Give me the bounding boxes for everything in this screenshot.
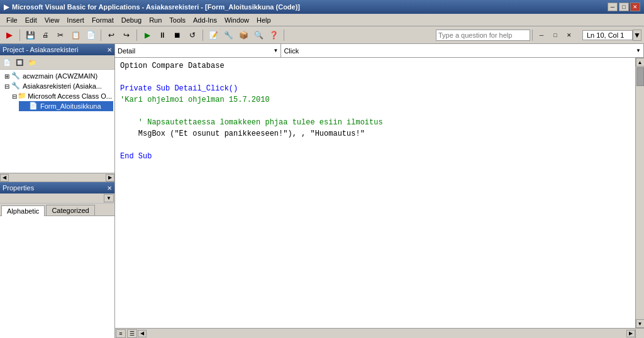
toolbar-close-inner[interactable]: ─ xyxy=(535,28,548,42)
minimize-button[interactable]: ─ xyxy=(608,3,618,11)
toolbar-btn4[interactable]: 📋 xyxy=(69,28,82,42)
scroll-down-btn[interactable]: ▼ xyxy=(636,319,645,328)
toolbar-sep-3 xyxy=(136,30,137,41)
project-panel-header: Project - Asiakasrekisteri ✕ xyxy=(0,44,114,55)
code-view-proc-btn[interactable]: ≡ xyxy=(116,329,126,338)
toolbar: ▶ 💾 🖨 ✂ 📋 📄 ↩ ↪ ▶ ⏸ ⏹ ↺ 📝 🔧 📦 🔍 ❓ ─ □ ✕ … xyxy=(0,26,644,44)
toolbar-reset[interactable]: ↺ xyxy=(186,28,199,42)
properties-dropdown-bar: ▼ xyxy=(0,194,114,204)
code-editor[interactable]: Option Compare Database Private Sub Deta… xyxy=(115,58,635,328)
menu-format[interactable]: Format xyxy=(88,15,118,25)
form-icon: 📄 xyxy=(29,102,39,111)
restore-button[interactable]: □ xyxy=(619,3,629,11)
project-panel-title: Project - Asiakasrekisteri xyxy=(3,46,78,53)
menu-help[interactable]: Help xyxy=(253,15,275,25)
toolbar-close-inner-btn[interactable]: ✕ xyxy=(562,28,576,42)
project-scrollbar-h[interactable]: ◀ ▶ xyxy=(0,173,114,182)
tree-label-asiakasrekisteri: Asiakasrekisteri (Asiaka... xyxy=(23,82,102,90)
menu-bar: File Edit View Insert Format Debug Run T… xyxy=(0,14,644,26)
code-editor-wrapper: Option Compare Database Private Sub Deta… xyxy=(115,58,644,328)
menu-file[interactable]: File xyxy=(3,15,21,25)
scroll-right-btn[interactable]: ▶ xyxy=(106,174,114,182)
close-button[interactable]: ✕ xyxy=(630,3,640,11)
props-content xyxy=(0,216,114,338)
expand-icon-acwzmain: ⊞ xyxy=(3,73,11,80)
object-dropdown-arrow: ▼ xyxy=(273,48,278,53)
menu-edit[interactable]: Edit xyxy=(21,15,41,25)
toolbar-btn3[interactable]: ✂ xyxy=(53,28,67,42)
scroll-left-code-btn[interactable]: ◀ xyxy=(138,330,147,337)
project-panel-close[interactable]: ✕ xyxy=(107,46,112,53)
tree-node-acwzmain[interactable]: ⊞ 🔧 acwzmain (ACWZMAIN) xyxy=(1,71,113,81)
project-panel-toolbar: 📄 🔲 📁 xyxy=(0,55,114,70)
tree-label-acwzmain: acwzmain (ACWZMAIN) xyxy=(23,72,97,80)
main-layout: Project - Asiakasrekisteri ✕ 📄 🔲 📁 ⊞ 🔧 a… xyxy=(0,44,644,338)
toolbar-btn6[interactable]: 🔧 xyxy=(221,28,235,42)
code-line-5 xyxy=(120,106,630,117)
scroll-right-code-btn[interactable]: ▶ xyxy=(626,330,635,337)
toolbar-sep-1 xyxy=(19,30,20,41)
toolbar-sep-5 xyxy=(284,30,284,41)
procedure-dropdown[interactable]: Click ▼ xyxy=(281,44,644,57)
toolbar-redo[interactable]: ↪ xyxy=(119,28,133,42)
code-line-4: 'Kari ohjelmoi ohjelman 15.7.2010 xyxy=(120,94,630,106)
toolbar-btn2[interactable]: 🖨 xyxy=(38,28,52,42)
code-line-3: Private Sub Detail_Click() xyxy=(120,83,630,94)
scroll-thumb-v[interactable] xyxy=(636,67,644,86)
object-dropdown[interactable]: Detail ▼ xyxy=(115,44,281,57)
properties-panel: Properties ✕ ▼ Alphabetic Categorized xyxy=(0,182,114,338)
properties-panel-header: Properties ✕ xyxy=(0,182,114,194)
menu-insert[interactable]: Insert xyxy=(63,15,88,25)
title-text: Microsoft Visual Basic for Applications … xyxy=(12,3,608,11)
project-tree[interactable]: ⊞ 🔧 acwzmain (ACWZMAIN) ⊟ 🔧 Asiakasrekis… xyxy=(0,70,114,173)
toolbar-sep-4 xyxy=(203,30,203,41)
code-panel: Detail ▼ Click ▼ Option Compare Database… xyxy=(115,44,644,338)
tab-alphabetic[interactable]: Alphabetic xyxy=(1,205,45,216)
corner-box xyxy=(635,329,644,338)
menu-view[interactable]: View xyxy=(41,15,64,25)
menu-run[interactable]: Run xyxy=(145,15,165,25)
tab-categorized[interactable]: Categorized xyxy=(46,205,94,215)
view-code-btn[interactable]: 📄 xyxy=(1,57,13,68)
toolbar-btn9[interactable]: ❓ xyxy=(267,28,280,42)
toolbar-btn8[interactable]: 🔍 xyxy=(252,28,265,42)
toolbar-btn5[interactable]: 📄 xyxy=(84,28,97,42)
toolbar-run[interactable]: ▶ xyxy=(140,28,154,42)
code-line-9: End Sub xyxy=(120,151,630,162)
code-view-full-btn[interactable]: ☰ xyxy=(127,329,137,338)
view-object-btn[interactable]: 🔲 xyxy=(14,57,25,68)
menu-tools[interactable]: Tools xyxy=(165,15,189,25)
tree-node-form-aloitusikkuna[interactable]: 📄 Form_Aloitusikkuna xyxy=(19,101,113,111)
toolbar-stop[interactable]: ⏹ xyxy=(170,28,184,42)
toolbar-save[interactable]: 💾 xyxy=(23,28,37,42)
tree-node-asiakasrekisteri[interactable]: ⊟ 🔧 Asiakasrekisteri (Asiaka... xyxy=(1,81,113,91)
scroll-left-btn[interactable]: ◀ xyxy=(0,174,9,182)
expand-icon-asiakasrekisteri: ⊟ xyxy=(3,83,11,90)
help-search-input[interactable] xyxy=(436,30,530,41)
properties-dropdown-arrow[interactable]: ▼ xyxy=(104,194,114,202)
menu-addins[interactable]: Add-Ins xyxy=(189,15,221,25)
toolbar-pause[interactable]: ⏸ xyxy=(155,28,169,42)
toolbar-vba-icon: ▶ xyxy=(3,28,16,42)
code-line-1: Option Compare Database xyxy=(120,60,630,72)
tree-children-asiakasrekisteri: ⊟ 📁 Microsoft Access Class O... 📄 Form_A… xyxy=(1,91,113,111)
menu-debug[interactable]: Debug xyxy=(118,15,145,25)
code-bottom-bar: ≡ ☰ ◀ ▶ xyxy=(115,328,644,338)
tree-children-msaccess: 📄 Form_Aloitusikkuna xyxy=(10,101,113,111)
toolbar-undo[interactable]: ↩ xyxy=(104,28,118,42)
properties-panel-close[interactable]: ✕ xyxy=(107,185,112,192)
left-panel: Project - Asiakasrekisteri ✕ 📄 🔲 📁 ⊞ 🔧 a… xyxy=(0,44,115,338)
properties-panel-title: Properties xyxy=(3,184,34,192)
toolbar-userform[interactable]: 📝 xyxy=(206,28,220,42)
toggle-folders-btn[interactable]: 📁 xyxy=(26,57,38,68)
toolbar-restore-inner[interactable]: □ xyxy=(548,28,562,42)
tree-label-msaccess: Microsoft Access Class O... xyxy=(28,92,112,100)
code-scrollbar-v[interactable]: ▲ ▼ xyxy=(635,58,644,328)
code-scrollbar-h[interactable]: ◀ ▶ xyxy=(138,329,635,338)
scroll-up-btn[interactable]: ▲ xyxy=(636,58,645,67)
title-buttons: ─ □ ✕ xyxy=(608,3,640,11)
tree-node-msaccess-class[interactable]: ⊟ 📁 Microsoft Access Class O... xyxy=(10,91,113,101)
menu-window[interactable]: Window xyxy=(221,15,253,25)
toolbar-sep-2 xyxy=(101,30,101,41)
toolbar-btn7[interactable]: 📦 xyxy=(236,28,250,42)
